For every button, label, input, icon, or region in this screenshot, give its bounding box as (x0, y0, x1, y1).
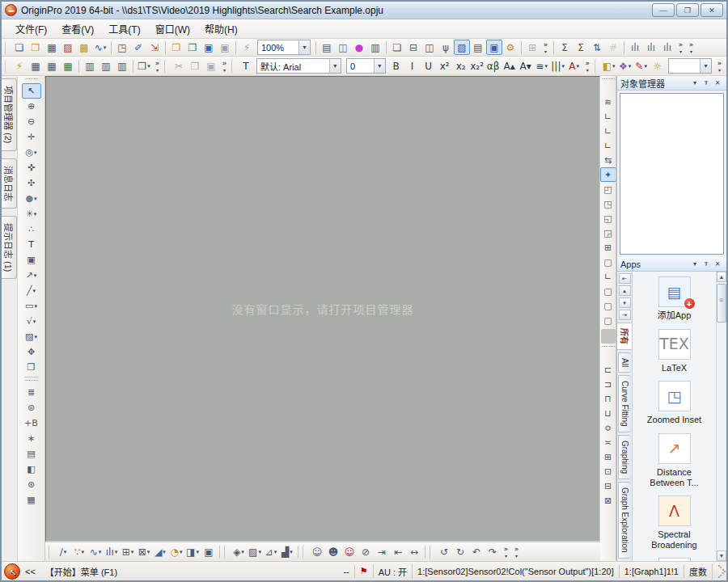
window-tile-vertical-button[interactable]: ◫ ▾ (421, 40, 438, 55)
scroll-up-icon[interactable]: ▲ (717, 272, 726, 282)
increase-font-button[interactable]: A▴ ▾ (502, 58, 518, 74)
new-project-button[interactable]: ❏ ▾ (11, 40, 28, 55)
unmask-points-button[interactable]: ☻ ▾ (325, 544, 341, 559)
vertical-text-button[interactable]: ||| ▾ (550, 58, 566, 74)
object-manager-header[interactable]: 对象管理器 ▾ Ŧ ✕ (617, 76, 726, 91)
app-latex[interactable]: TEX LaTeX (641, 329, 709, 373)
pan-tool-button[interactable]: ✥ ▾ (22, 344, 41, 360)
toolbar-grip[interactable]: ▾ (5, 40, 8, 55)
digitizer-button[interactable]: ⚡ ▾ (239, 40, 255, 55)
toolbar-grip[interactable]: ▾ (224, 545, 227, 559)
new-function-plot-button[interactable]: ∿ ▾ (92, 40, 108, 55)
move-column-first-button[interactable]: ▥ ▾ (82, 58, 98, 74)
sub-superscript-button[interactable]: x₂² ▾ (469, 58, 485, 74)
distribute-vertical-button[interactable]: ≍ ▾ (600, 435, 616, 449)
color-scale-button[interactable]: ◧ ▾ (22, 462, 41, 477)
rotate-3d-tool-button[interactable]: ❒ ▾ (22, 360, 41, 375)
toolbar-grip[interactable]: ▾ (24, 78, 39, 82)
maximize-button[interactable]: ❐ (676, 3, 699, 17)
apps-category-graphing[interactable]: Graphing (618, 435, 631, 479)
group-objects-button[interactable]: ⊠ ▾ (600, 493, 616, 508)
toolbar-overflow-button[interactable]: » ▾ (219, 58, 230, 74)
toolbar-overflow-button[interactable]: » ▾ (511, 544, 522, 559)
data-selector-tool-button[interactable]: ✜ ▾ (22, 160, 41, 175)
cascade-layers-button[interactable]: ≋ ▾ (600, 95, 616, 109)
panel-menu-button[interactable]: ▾ (689, 259, 700, 269)
apps-tab-prev-button[interactable]: ▴ (619, 285, 631, 296)
panel-menu-button[interactable]: ▾ (689, 78, 700, 88)
open-file-button[interactable]: ❐ ▾ (168, 40, 184, 55)
selection-on-plots-button[interactable]: ✣ ▾ (22, 175, 41, 191)
add-top-x-layer-button[interactable]: ◰ ▾ (600, 182, 616, 196)
bold-button[interactable]: B ▾ (388, 58, 404, 74)
toolbar-overflow-button[interactable]: » ▾ (714, 58, 725, 74)
new-legend-button[interactable]: ▢ ▾ (600, 255, 616, 269)
insert-table-button[interactable]: ▦ ▾ (22, 492, 41, 508)
app-add-app[interactable]: ▤ + 添加App (641, 276, 709, 321)
pie-chart-button[interactable]: ◔ ▾ (168, 544, 184, 559)
fill-color-button[interactable]: ◧ ▾ (601, 58, 617, 74)
font-combo[interactable]: 默认: Arial ▾ (256, 58, 341, 74)
sum-on-column-button[interactable]: Σ ▾ (557, 40, 573, 55)
app-spectral-broadening[interactable]: Λ Spectral Broadening (641, 496, 709, 550)
mask-points-button[interactable]: ☺ ▾ (309, 544, 325, 559)
new-matrix-button[interactable]: ▩ ▾ (76, 40, 92, 55)
format-text-button[interactable]: T ▾ (238, 58, 254, 74)
record-video-button[interactable]: ● ▾ (351, 40, 367, 55)
object-manager-button[interactable]: ▧ ▾ (454, 40, 470, 55)
screen-reader-tool-button[interactable]: ✛ ▾ (22, 129, 41, 145)
start-chevrons[interactable]: << (20, 565, 40, 578)
new-graph-button[interactable]: ▨ ▾ (60, 40, 76, 55)
toolbar-overflow-button[interactable]: » ▾ (501, 544, 511, 559)
copy-button[interactable]: ❐ ▾ (187, 58, 203, 74)
chevron-down-icon[interactable]: ▾ (298, 40, 310, 54)
tab-project-manager[interactable]: 项目管理器 (2) (2, 78, 17, 151)
toolbar-grip[interactable]: ▾ (49, 545, 52, 559)
data-label-button[interactable]: +B ▾ (22, 415, 41, 431)
panel-close-button[interactable]: ✕ (712, 259, 723, 269)
change-mask-color-button[interactable]: ☺ ▾ (341, 544, 358, 559)
plot-3d-wireframe-button[interactable]: ⊿ ▾ (263, 544, 279, 559)
chevron-down-icon[interactable]: ▾ (700, 59, 711, 73)
object-manager-content[interactable] (620, 93, 724, 255)
font-size-combo[interactable]: 0 ▾ (346, 58, 386, 74)
menu-view[interactable]: 查看(V) (54, 19, 101, 38)
apps-tab-first-button[interactable]: ⇤ (619, 273, 631, 284)
shape-tool-button[interactable]: ▭ ▾ (22, 298, 41, 314)
insert-column-button[interactable]: ▦ ▾ (28, 58, 44, 74)
toolbar-overflow-button[interactable]: » ▾ (540, 40, 551, 55)
align-left-button[interactable]: ⊏ ▾ (600, 362, 616, 377)
extract-to-graphs-button[interactable]: ▢ ▾ (600, 298, 616, 313)
spotlight-button[interactable]: ☼ ▾ (650, 58, 666, 74)
add-inset-layer-button[interactable]: ◱ ▾ (600, 211, 616, 226)
plot-column-chart-button[interactable]: ılı ▾ (627, 40, 643, 55)
arrow-tool-button[interactable]: ↗ ▾ (22, 268, 41, 283)
toolbar-overflow-button[interactable]: » ▾ (582, 58, 593, 74)
swap-columns-button[interactable]: ▥ ▾ (114, 58, 130, 74)
menu-tools[interactable]: 工具(T) (101, 19, 147, 38)
panel-pin-button[interactable]: Ŧ (700, 78, 712, 88)
mask-points-tool-button[interactable]: ● ▾ (22, 191, 41, 206)
panel-pin-button[interactable]: Ŧ (700, 259, 712, 269)
recalculate-button[interactable]: ⚡ ▾ (11, 58, 28, 74)
apps-category-curve-fitting[interactable]: Curve Fitting (618, 375, 631, 432)
scrollbar-track[interactable] (717, 282, 726, 550)
apps-tab-last-button[interactable]: ⇥ (619, 310, 631, 320)
toolbar-grip[interactable]: ▾ (164, 59, 167, 74)
zoom-combo[interactable]: 100% ▾ (257, 40, 311, 55)
apps-gallery-button[interactable]: ▣ ▾ (486, 40, 502, 55)
column-statistics-button[interactable]: Σ ▾ (573, 40, 589, 55)
toolbar-grip[interactable]: ▾ (303, 545, 306, 559)
fitting-gadget-button[interactable]: ⚙ ▾ (502, 40, 518, 55)
title-bar[interactable]: OriginPro 2019 64-bit - \\ds1\TS\Video\2… (2, 2, 726, 19)
chevron-down-icon[interactable]: ▾ (374, 59, 385, 73)
dots-tool-button[interactable]: ∴ ▾ (22, 221, 41, 237)
results-log-button[interactable]: ▤ ▾ (470, 40, 486, 55)
font-color-button[interactable]: A ▾ (566, 58, 582, 74)
toolbar-grip[interactable]: ▾ (601, 78, 616, 93)
toolbar-grip[interactable]: ▾ (595, 59, 598, 74)
merge-graphs-button[interactable]: ⊞ ▾ (600, 240, 616, 255)
save-project-button[interactable]: ▣ ▾ (201, 40, 217, 55)
append-column-button[interactable]: ▦ ▾ (44, 58, 60, 74)
align-button[interactable]: ≡ ▾ (534, 58, 550, 74)
